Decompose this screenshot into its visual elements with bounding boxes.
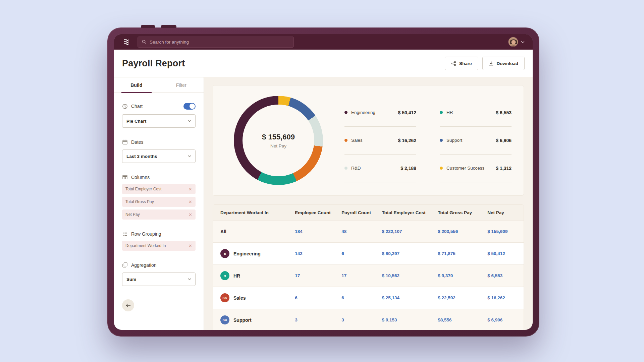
total-gross-pay-cell: $ 9,370 xyxy=(430,273,480,278)
legend-label: HR xyxy=(446,110,453,115)
collapse-sidebar-button[interactable] xyxy=(122,299,134,311)
payroll-count-cell: 48 xyxy=(334,229,374,234)
aggregation-section-label: Aggregation xyxy=(131,262,157,268)
user-avatar[interactable] xyxy=(508,37,518,47)
employee-count-cell: 6 xyxy=(287,295,334,300)
legend-value: $ 6,553 xyxy=(496,110,512,115)
department-avatar: SU xyxy=(220,315,229,324)
table-row[interactable]: H HR 17 17 $ 10,562 $ 9,370 $ 6,553 xyxy=(213,264,524,287)
report-main-area: $ 155,609 Net Pay Engineering $ 50,412 xyxy=(204,77,533,330)
rippling-logo-icon xyxy=(122,38,132,46)
total-employer-cost-cell: $ 25,134 xyxy=(375,295,431,300)
table-row[interactable]: SU Support 3 3 $ 9,153 $8,556 $ 6,906 xyxy=(213,309,524,330)
pie-chart-icon xyxy=(122,104,128,109)
legend-value: $ 2,188 xyxy=(400,166,416,171)
search-input[interactable] xyxy=(150,40,289,45)
column-chip[interactable]: Total Gross Pay ✕ xyxy=(122,197,196,207)
table-header-row: Department Worked In Employee Count Payr… xyxy=(213,205,524,220)
legend-value: $ 1,312 xyxy=(496,166,512,171)
close-icon[interactable]: ✕ xyxy=(189,187,192,191)
net-pay-cell: $ 6,906 xyxy=(480,317,524,322)
department-avatar: H xyxy=(220,271,229,280)
close-icon[interactable]: ✕ xyxy=(189,200,192,204)
total-employer-cost-cell: $ 222,107 xyxy=(375,229,431,234)
payroll-count-cell: 6 xyxy=(334,251,374,256)
legend-item: Sales $ 16,262 xyxy=(344,127,416,155)
employee-count-cell: 17 xyxy=(287,273,334,278)
columns-chip-list: Total Employer Cost ✕ Total Gross Pay ✕ … xyxy=(122,184,196,220)
chart-section-label: Chart xyxy=(131,104,143,109)
table-row[interactable]: All 184 48 $ 222,107 $ 203,556 $ 155,609 xyxy=(213,220,524,242)
download-button[interactable]: Download xyxy=(482,57,525,70)
column-header: Payroll Count xyxy=(334,210,374,215)
donut-center-label: $ 155,609 Net Pay xyxy=(234,96,323,185)
legend-item: HR $ 6,553 xyxy=(440,99,512,127)
dates-select[interactable]: Last 3 months xyxy=(122,149,196,163)
total-gross-pay-cell: $8,556 xyxy=(430,317,480,322)
payroll-count-cell: 3 xyxy=(334,317,374,322)
column-header: Net Pay xyxy=(480,210,524,215)
close-icon[interactable]: ✕ xyxy=(189,244,192,248)
column-header: Department Worked In xyxy=(213,210,287,215)
chevron-down-icon xyxy=(188,120,191,122)
chart-toggle[interactable] xyxy=(183,103,196,110)
department-name: Engineering xyxy=(233,251,261,256)
chevron-down-icon xyxy=(188,278,191,280)
employee-count-cell: 3 xyxy=(287,317,334,322)
search-icon xyxy=(142,40,147,44)
donut-chart: $ 155,609 Net Pay xyxy=(234,96,323,185)
total-gross-pay-cell: $ 71,875 xyxy=(430,251,480,256)
department-name: All xyxy=(220,229,226,234)
dates-section-label: Dates xyxy=(131,139,144,145)
legend-value: $ 6,906 xyxy=(496,138,512,143)
share-button-label: Share xyxy=(459,61,472,66)
tablet-volume-button xyxy=(141,25,155,28)
column-chip[interactable]: Net Pay ✕ xyxy=(122,209,196,220)
row-grouping-chip-list: Department Worked In ✕ xyxy=(122,241,196,251)
net-pay-cell: $ 155,609 xyxy=(480,229,524,234)
legend-dot xyxy=(440,139,443,142)
column-header: Total Employer Cost xyxy=(375,210,431,215)
legend-label: Sales xyxy=(351,138,363,143)
aggregation-section-row: Aggregation xyxy=(122,262,196,268)
download-button-label: Download xyxy=(497,61,519,66)
net-pay-total: $ 155,609 xyxy=(262,133,295,141)
column-header: Total Gross Pay xyxy=(430,210,480,215)
tab-build[interactable]: Build xyxy=(114,77,159,93)
aggregation-select[interactable]: Sum xyxy=(122,273,196,286)
chip-label: Total Gross Pay xyxy=(125,199,154,204)
total-employer-cost-cell: $ 80,297 xyxy=(375,251,431,256)
column-chip[interactable]: Total Employer Cost ✕ xyxy=(122,184,196,194)
legend-value: $ 50,412 xyxy=(398,110,417,115)
tablet-volume-button xyxy=(161,25,176,28)
chart-type-value: Pie Chart xyxy=(126,119,146,124)
total-gross-pay-cell: $ 203,556 xyxy=(430,229,480,234)
chart-type-select[interactable]: Pie Chart xyxy=(122,114,196,128)
row-grouping-chip[interactable]: Department Worked In ✕ xyxy=(122,241,196,251)
app-screen: Payroll Report Share Download xyxy=(114,34,533,330)
share-button[interactable]: Share xyxy=(445,57,478,70)
chevron-down-icon xyxy=(188,155,191,157)
chevron-down-icon[interactable] xyxy=(521,41,525,43)
payroll-count-cell: 6 xyxy=(334,295,374,300)
table-row[interactable]: SA Sales 6 6 $ 25,134 $ 22,592 $ 16,262 xyxy=(213,287,524,309)
legend-dot xyxy=(344,111,347,114)
tab-filter[interactable]: Filter xyxy=(159,77,204,93)
legend-dot xyxy=(344,139,347,142)
search-bar xyxy=(138,37,294,48)
row-grouping-icon xyxy=(122,231,128,237)
dates-value: Last 3 months xyxy=(126,154,157,159)
table-row[interactable]: E Engineering 142 6 $ 80,297 $ 71,875 $ … xyxy=(213,242,524,264)
topbar xyxy=(114,34,533,50)
net-pay-cell: $ 6,553 xyxy=(480,273,524,278)
close-icon[interactable]: ✕ xyxy=(189,213,192,217)
pie-chart-card: $ 155,609 Net Pay Engineering $ 50,412 xyxy=(213,85,524,196)
total-employer-cost-cell: $ 9,153 xyxy=(375,317,431,322)
table-columns-icon xyxy=(122,174,128,180)
legend-label: Engineering xyxy=(351,110,375,115)
chip-label: Department Worked In xyxy=(125,243,166,248)
net-pay-cell: $ 50,412 xyxy=(480,251,524,256)
tablet-device: Payroll Report Share Download xyxy=(107,27,539,337)
legend-item: Customer Success $ 1,312 xyxy=(440,155,512,182)
arrow-left-icon xyxy=(126,303,131,307)
